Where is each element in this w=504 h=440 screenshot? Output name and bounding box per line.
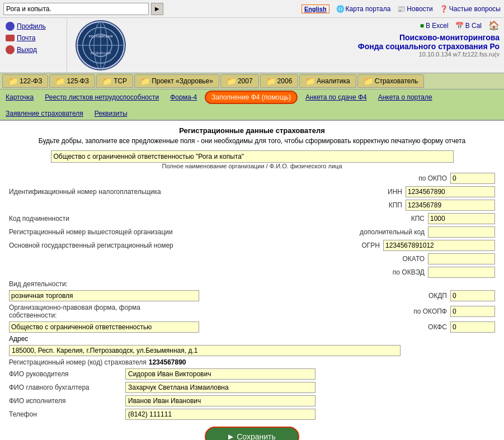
save-area: ▶ Сохранить bbox=[9, 427, 495, 440]
portal-map-link[interactable]: 🌐 Карта портала bbox=[336, 5, 391, 13]
phone-row: Телефон bbox=[9, 409, 495, 420]
sidebar-mail[interactable]: Почта bbox=[2, 32, 64, 44]
director-input[interactable] bbox=[125, 368, 315, 380]
folder-icon: 📁 bbox=[8, 77, 18, 86]
kpp-row: КПП bbox=[9, 200, 495, 211]
address-input[interactable] bbox=[9, 345, 401, 356]
org-name-section: Полное наименование организации / Ф.И.О.… bbox=[9, 150, 495, 169]
reg-parent-label: Регистрационный номер вышестоящей органи… bbox=[9, 228, 188, 236]
excel-icon: ■ bbox=[420, 22, 424, 30]
tab-2007[interactable]: 📁 2007 bbox=[220, 74, 259, 88]
tab2-declaration[interactable]: Заявление страхователя bbox=[2, 108, 87, 119]
address-label-row: Адрес bbox=[9, 335, 495, 343]
language-button[interactable]: English bbox=[302, 4, 329, 13]
subordination-label: Код подчиненности bbox=[9, 215, 188, 223]
logo-area: РОССИЙСКАЯ ФЕДЕРАЦИЯ bbox=[67, 18, 134, 73]
okopf-label: по ОКОПФ bbox=[413, 307, 447, 315]
okopf-input[interactable] bbox=[450, 306, 495, 317]
ogrn-field-group: ОГРН bbox=[361, 240, 495, 251]
kps-input[interactable] bbox=[428, 213, 495, 224]
phone-input[interactable] bbox=[125, 409, 315, 420]
executor-row: ФИО исполнителя bbox=[9, 395, 495, 406]
excel-button[interactable]: ■ В Excel bbox=[420, 22, 449, 30]
exit-icon bbox=[6, 45, 15, 54]
activity-input[interactable] bbox=[9, 290, 199, 301]
mail-icon bbox=[6, 35, 15, 41]
tab-bar-2: Карточка Реестр листков нетрудоспособнос… bbox=[0, 89, 504, 121]
inn-input[interactable] bbox=[406, 186, 495, 197]
top-bar-left: ▶ bbox=[3, 3, 163, 15]
legal-form-label-row: Организационно-правовая форма, форма соб… bbox=[9, 304, 495, 319]
folder-icon: 📁 bbox=[140, 77, 150, 86]
tab-health[interactable]: 📁 Проект «Здоровье» bbox=[134, 74, 219, 88]
dop-kod-input[interactable] bbox=[428, 226, 495, 238]
legal-form-input[interactable] bbox=[9, 321, 199, 333]
faq-icon: ❓ bbox=[440, 5, 448, 13]
org-name-input[interactable] bbox=[51, 150, 454, 163]
legal-form-label: Организационно-правовая форма, форма соб… bbox=[9, 304, 188, 319]
okpo-input[interactable] bbox=[450, 173, 495, 184]
svg-text:ФЕДЕРАЦИЯ: ФЕДЕРАЦИЯ bbox=[90, 51, 111, 55]
okvd-input[interactable] bbox=[428, 267, 495, 278]
tab-tcp[interactable]: 📁 TCP bbox=[96, 74, 133, 88]
save-button[interactable]: ▶ Сохранить bbox=[205, 427, 299, 440]
okpo-label: по ОКПО bbox=[418, 174, 447, 182]
kpp-input[interactable] bbox=[406, 200, 495, 211]
ogrn-input[interactable] bbox=[383, 240, 495, 251]
tab-insurer[interactable]: 📁 Страхователь bbox=[357, 74, 425, 88]
chief-accountant-row: ФИО главного бухгалтера bbox=[9, 382, 495, 393]
activity-label: Вид деятельности: bbox=[9, 280, 188, 288]
folder-icon: 📁 bbox=[102, 77, 112, 86]
kpp-label: КПП bbox=[389, 201, 402, 209]
tab-2006[interactable]: 📁 2006 bbox=[260, 74, 299, 88]
calendar-icon: 📅 bbox=[455, 22, 464, 30]
phone-label: Телефон bbox=[9, 410, 121, 418]
home-icon[interactable]: 🏠 bbox=[488, 20, 500, 31]
chief-accountant-input[interactable] bbox=[125, 382, 315, 393]
chief-accountant-label: ФИО главного бухгалтера bbox=[9, 384, 121, 391]
folder-icon: 📁 bbox=[55, 77, 65, 86]
dop-kod-label: дополнительный код bbox=[360, 228, 425, 236]
tab2-registry[interactable]: Реестр листков нетрудоспособности bbox=[41, 92, 162, 102]
ogrn-label: ОГРН bbox=[361, 242, 380, 249]
tab2-fill-f4[interactable]: Заполнение Ф4 (помощь) bbox=[205, 91, 298, 104]
tab2-card[interactable]: Карточка bbox=[2, 92, 37, 102]
kps-label: КПС bbox=[411, 215, 425, 223]
news-link[interactable]: 📰 Новости bbox=[397, 5, 432, 13]
okvd-field-group: по ОКВЭД bbox=[393, 267, 495, 278]
executor-input[interactable] bbox=[125, 395, 315, 406]
save-arrow-icon: ▶ bbox=[228, 433, 233, 440]
sidebar-profile[interactable]: Профиль bbox=[2, 20, 64, 32]
faq-link[interactable]: ❓ Частые вопросы bbox=[440, 5, 501, 13]
header-title-2: Фонда социального страхования Ро bbox=[358, 42, 500, 51]
search-button[interactable]: ▶ bbox=[151, 3, 163, 15]
tab2-questionnaire[interactable]: Анкета по сдаче Ф4 bbox=[302, 92, 370, 102]
folder-icon: 📁 bbox=[227, 77, 236, 86]
reg-number-value: 1234567890 bbox=[149, 358, 186, 366]
map-icon: 🌐 bbox=[336, 5, 345, 13]
news-icon: 📰 bbox=[397, 5, 406, 13]
okvd-row: по ОКВЭД bbox=[9, 267, 495, 278]
tab2-portal-survey[interactable]: Анкета о портале bbox=[375, 92, 436, 102]
okfs-label: ОКФС bbox=[428, 323, 447, 331]
logo: РОССИЙСКАЯ ФЕДЕРАЦИЯ bbox=[76, 20, 126, 70]
tab-analytics[interactable]: 📁 Аналитика bbox=[299, 74, 356, 88]
page-title: Регистрационные данные страхователя bbox=[9, 126, 495, 135]
sidebar-exit[interactable]: Выход bbox=[2, 44, 64, 56]
top-bar: ▶ English 🌐 Карта портала 📰 Новости ❓ Ча… bbox=[0, 0, 504, 18]
calendar-button[interactable]: 📅 В Cal bbox=[455, 22, 482, 30]
okato-label: ОКАТО bbox=[402, 255, 425, 263]
header-section: Профиль Почта Выход РОССИЙСКА bbox=[0, 18, 504, 73]
okfs-input[interactable] bbox=[450, 321, 495, 333]
inn-field-group: ИНН bbox=[388, 186, 495, 197]
tab-125fz[interactable]: 📁 125·ФЗ bbox=[49, 74, 95, 88]
tab2-form4[interactable]: Форма-4 bbox=[167, 92, 200, 102]
search-input[interactable] bbox=[3, 3, 149, 15]
kps-field-group: КПС bbox=[411, 213, 495, 224]
okdp-input[interactable] bbox=[450, 290, 495, 301]
tab-122fz[interactable]: 📁 122-ФЗ bbox=[2, 74, 48, 88]
executor-label: ФИО исполнителя bbox=[9, 397, 121, 405]
okato-input[interactable] bbox=[428, 253, 495, 264]
tab2-details[interactable]: Реквизиты bbox=[91, 108, 131, 119]
svg-text:РОССИЙСКАЯ: РОССИЙСКАЯ bbox=[89, 34, 113, 38]
